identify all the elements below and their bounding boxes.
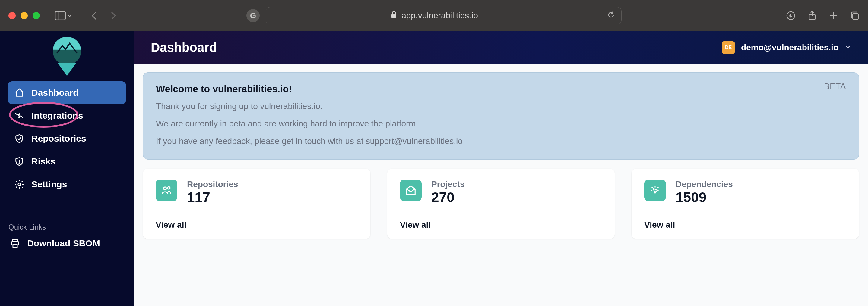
card-repositories: Repositories 117 View all <box>143 169 370 239</box>
support-email-link[interactable]: support@vulnerabilities.io <box>366 136 463 146</box>
url-text: app.vulnerabilities.io <box>401 11 478 21</box>
shield-check-icon <box>14 133 25 144</box>
close-window-button[interactable] <box>8 12 16 19</box>
card-value: 117 <box>187 189 238 205</box>
welcome-title: Welcome to vulnerabilities.io! <box>156 83 846 95</box>
card-label: Projects <box>431 179 465 189</box>
svg-line-20 <box>652 187 653 188</box>
view-all-link[interactable]: View all <box>156 220 186 230</box>
gear-icon <box>14 179 25 190</box>
tools-icon <box>14 110 25 121</box>
quick-link-label: Download SBOM <box>27 238 100 248</box>
sidebar-item-label: Repositories <box>31 133 86 144</box>
view-all-link[interactable]: View all <box>400 220 431 230</box>
home-icon <box>14 87 25 98</box>
people-icon <box>156 179 177 201</box>
quick-link-download-sbom[interactable]: Download SBOM <box>8 233 126 253</box>
downloads-button[interactable] <box>786 11 796 21</box>
page-title: Dashboard <box>151 40 217 55</box>
forward-button[interactable] <box>111 11 117 21</box>
chevron-down-icon <box>844 44 851 52</box>
svg-point-12 <box>18 183 21 186</box>
chevron-down-icon <box>67 13 72 19</box>
main: Dashboard DE demo@vulnerabilities.io BET… <box>134 31 868 306</box>
grammarly-extension-icon[interactable]: G <box>246 9 260 22</box>
sidebar-item-label: Integrations <box>31 110 83 121</box>
view-all-link[interactable]: View all <box>644 220 675 230</box>
user-menu[interactable]: DE demo@vulnerabilities.io <box>722 41 851 54</box>
svg-line-21 <box>657 187 658 188</box>
sidebar-toggle-button[interactable] <box>55 11 72 20</box>
svg-rect-2 <box>392 14 396 18</box>
stat-cards: Repositories 117 View all Projects 270 <box>143 169 859 239</box>
browser-chrome: G app.vulnerabilities.io <box>0 0 868 31</box>
card-value: 1509 <box>676 189 733 205</box>
welcome-line-2: We are currently in beta and are working… <box>156 118 846 130</box>
quick-links-heading: Quick Links <box>8 223 126 231</box>
sidebar-item-label: Settings <box>31 179 67 190</box>
topbar: Dashboard DE demo@vulnerabilities.io <box>134 31 868 64</box>
printer-icon <box>10 238 21 249</box>
beta-badge: BETA <box>824 81 846 91</box>
new-tab-button[interactable] <box>829 11 838 20</box>
tab-overview-button[interactable] <box>850 11 860 21</box>
sidebar: Dashboard Integrations Repositories Risk… <box>0 31 134 306</box>
card-value: 270 <box>431 189 465 205</box>
svg-point-17 <box>168 187 170 190</box>
app-logo <box>8 37 126 73</box>
sidebar-item-risks[interactable]: Risks <box>8 150 126 173</box>
welcome-line-1: Thank you for signing up to vulnerabilit… <box>156 101 846 112</box>
welcome-line-3-prefix: If you have any feedback, please get in … <box>156 136 366 146</box>
shield-alert-icon <box>14 156 25 167</box>
welcome-banner: BETA Welcome to vulnerabilities.io! Than… <box>143 72 859 160</box>
content-area: BETA Welcome to vulnerabilities.io! Than… <box>134 64 868 306</box>
minimize-window-button[interactable] <box>21 12 28 19</box>
lock-icon <box>391 11 397 21</box>
cursor-click-icon <box>644 179 666 201</box>
envelope-open-icon <box>400 179 422 201</box>
reload-button[interactable] <box>607 10 615 21</box>
sidebar-item-label: Risks <box>31 156 56 167</box>
svg-rect-0 <box>55 11 65 20</box>
sidebar-item-settings[interactable]: Settings <box>8 173 126 196</box>
address-bar[interactable]: app.vulnerabilities.io <box>266 7 622 24</box>
card-projects: Projects 270 View all <box>387 169 615 239</box>
sidebar-item-label: Dashboard <box>31 88 79 98</box>
card-label: Dependencies <box>676 179 733 189</box>
svg-point-11 <box>19 163 20 164</box>
sidebar-item-repositories[interactable]: Repositories <box>8 127 126 150</box>
svg-rect-9 <box>852 13 858 19</box>
sidebar-item-dashboard[interactable]: Dashboard <box>8 81 126 104</box>
maximize-window-button[interactable] <box>33 12 40 19</box>
svg-point-16 <box>164 187 167 190</box>
primary-nav: Dashboard Integrations Repositories Risk… <box>8 81 126 196</box>
card-label: Repositories <box>187 179 238 189</box>
window-controls <box>8 12 40 19</box>
sidebar-item-integrations[interactable]: Integrations <box>8 104 126 127</box>
back-button[interactable] <box>91 11 97 21</box>
welcome-line-3: If you have any feedback, please get in … <box>156 136 846 147</box>
card-dependencies: Dependencies 1509 View all <box>631 169 859 239</box>
user-email: demo@vulnerabilities.io <box>741 43 838 53</box>
avatar: DE <box>722 41 735 54</box>
share-button[interactable] <box>808 10 817 21</box>
